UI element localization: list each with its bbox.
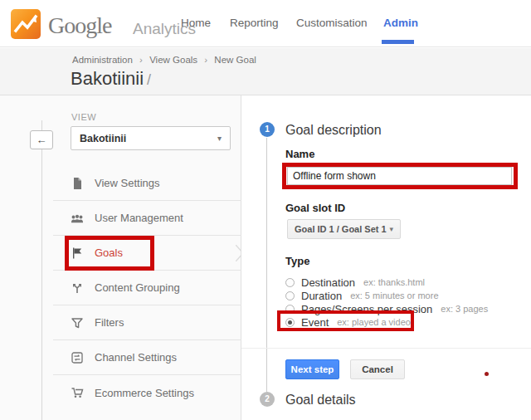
sidebar-item-user-management[interactable]: User Management — [53, 201, 241, 236]
radio-row-duration[interactable]: Duration ex: 5 minutes or more — [285, 289, 488, 302]
sidebar-item-label: Ecommerce Settings — [95, 387, 194, 399]
view-name: Bakotiinii — [71, 68, 144, 89]
breadcrumb-new-goal: New Goal — [214, 55, 256, 65]
next-step-button[interactable]: Next step — [285, 359, 339, 379]
radio-row-event[interactable]: Event ex: played a video — [285, 315, 488, 329]
sidebar-item-ecommerce-settings[interactable]: Ecommerce Settings — [53, 375, 241, 410]
radio-label: Event — [301, 316, 329, 329]
nav-tab-home[interactable]: Home — [181, 17, 211, 29]
sidebar-item-label: User Management — [95, 212, 183, 224]
sidebar-item-label: Content Grouping — [95, 281, 180, 294]
radio-example: ex: 3 pages — [441, 304, 488, 314]
radio-example: ex: played a video — [337, 317, 411, 327]
nav-tab-reporting[interactable]: Reporting — [230, 17, 279, 29]
form-separator — [241, 348, 531, 349]
sidebar-item-label: Goals — [95, 247, 123, 259]
filter-icon — [71, 316, 84, 330]
type-label: Type — [285, 255, 309, 267]
users-icon — [71, 212, 84, 225]
chevron-down-icon: ▾ — [217, 134, 222, 143]
collapse-back-button[interactable]: ← — [30, 130, 53, 149]
breadcrumb-separator: › — [204, 55, 207, 65]
view-section-label: VIEW — [71, 112, 96, 122]
sidebar-item-filters[interactable]: Filters — [53, 305, 241, 340]
document-icon — [71, 177, 84, 190]
stray-red-dot — [485, 372, 489, 376]
radio-event[interactable] — [285, 318, 295, 327]
breadcrumb: Administration › View Goals › New Goal — [72, 55, 256, 65]
active-tab-underline — [382, 40, 414, 44]
sidebar-item-channel-settings[interactable]: Channel Settings — [53, 340, 241, 375]
breadcrumb-view-goals[interactable]: View Goals — [149, 55, 197, 65]
content-grouping-icon — [71, 281, 84, 295]
section-title-goal-details: Goal details — [285, 393, 356, 408]
app-header: Google Analytics Home Reporting Customis… — [0, 0, 531, 47]
nav-tab-customisation[interactable]: Customisation — [296, 17, 368, 29]
cancel-button[interactable]: Cancel — [350, 359, 405, 379]
sidebar-item-label: View Settings — [95, 177, 160, 189]
radio-row-destination[interactable]: Destination ex: thanks.html — [285, 276, 488, 289]
sidebar-item-view-settings[interactable]: View Settings — [53, 166, 241, 201]
goal-type-options: Destination ex: thanks.html Duration ex:… — [285, 276, 488, 329]
radio-duration[interactable] — [285, 291, 295, 300]
nav-tab-admin[interactable]: Admin — [383, 17, 418, 29]
radio-pages-screens[interactable] — [285, 305, 295, 314]
step-connector-line — [266, 138, 267, 392]
sidebar-item-label: Channel Settings — [95, 351, 177, 364]
admin-sidebar: ← VIEW Bakotiinii ▾ View Settings User M… — [0, 95, 241, 420]
chevron-down-icon: ▾ — [389, 225, 393, 233]
step-1-badge: 1 — [260, 122, 275, 137]
step-2-badge: 2 — [260, 392, 275, 407]
goal-name-input[interactable] — [287, 167, 512, 185]
brand-google: Google — [48, 12, 111, 39]
goal-slot-dropdown[interactable]: Goal ID 1 / Goal Set 1 ▾ — [287, 219, 401, 239]
sidebar-item-label: Filters — [95, 316, 124, 329]
goal-slot-id-label: Goal slot ID — [285, 202, 345, 214]
section-title-goal-description: Goal description — [285, 123, 382, 138]
view-selector-value: Bakotiinii — [80, 133, 126, 144]
name-label: Name — [285, 148, 314, 160]
google-analytics-logo-icon[interactable] — [11, 9, 41, 39]
radio-destination[interactable] — [285, 278, 295, 287]
sidebar-item-goals[interactable]: Goals — [53, 236, 241, 271]
radio-label: Destination — [301, 276, 355, 289]
channel-settings-icon — [71, 351, 84, 364]
flag-icon — [71, 247, 84, 260]
breadcrumb-administration[interactable]: Administration — [72, 55, 133, 65]
title-suffix: / — [147, 71, 151, 88]
radio-row-pages-screens[interactable]: Pages/Screens per session ex: 3 pages — [285, 302, 488, 315]
sidebar-menu: View Settings User Management Goals Cont… — [53, 166, 241, 410]
cart-icon — [71, 386, 84, 399]
goal-slot-value: Goal ID 1 / Goal Set 1 — [295, 224, 387, 234]
radio-example: ex: 5 minutes or more — [350, 291, 438, 300]
radio-label: Pages/Screens per session — [301, 303, 432, 315]
view-selector-dropdown[interactable]: Bakotiinii ▾ — [71, 126, 231, 150]
radio-label: Duration — [301, 290, 342, 302]
radio-example: ex: thanks.html — [363, 277, 425, 287]
sidebar-item-content-grouping[interactable]: Content Grouping — [53, 271, 241, 305]
sidebar-guide-line — [41, 120, 42, 420]
breadcrumb-band: Administration › View Goals › New Goal B… — [0, 48, 531, 95]
zigzag-chart-icon — [11, 9, 41, 39]
page-title: Bakotiinii/ — [71, 68, 151, 90]
breadcrumb-separator: › — [139, 55, 143, 65]
